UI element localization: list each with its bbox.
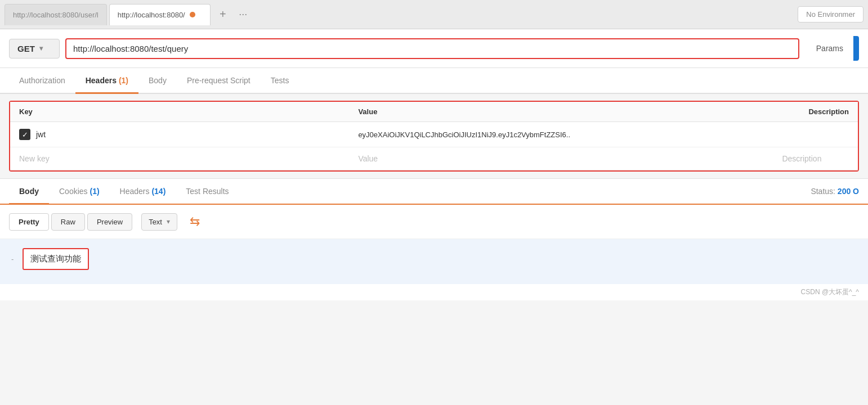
tab-body[interactable]: Body — [138, 68, 177, 93]
response-tab-body[interactable]: Body — [9, 179, 49, 204]
value-column-header: Value — [349, 102, 773, 122]
tab-add-button[interactable]: + — [213, 4, 233, 25]
cookies-badge: (1) — [90, 187, 99, 196]
new-value-placeholder[interactable]: Value — [358, 154, 378, 163]
key-cell: ✓ jwt — [19, 129, 340, 140]
checkmark-icon: ✓ — [22, 130, 28, 139]
response-line: - 测试查询功能 — [11, 248, 857, 270]
footer-text: CSDN @大坏蛋^_^ — [801, 288, 859, 296]
new-key-cell: New key — [19, 154, 340, 163]
response-tab-headers[interactable]: Headers (14) — [110, 179, 176, 204]
tab-label-2: http://localhost:8080/ — [118, 11, 185, 19]
key-column-header: Key — [10, 102, 349, 122]
method-label: GET — [17, 44, 35, 53]
tab-dot — [190, 12, 195, 17]
text-type-chevron-icon: ▾ — [167, 218, 170, 226]
tab-item-1[interactable]: http://localhost:8080/user/l — [5, 4, 107, 25]
tab-label-1: http://localhost:8080/user/l — [13, 11, 99, 19]
headers-section: Key Value Description ✓ jwt eyJ0eXAiOiJK… — [9, 101, 859, 172]
tab-item-2[interactable]: http://localhost:8080/ — [109, 4, 211, 25]
header-key[interactable]: jwt — [36, 130, 46, 139]
tab-tests[interactable]: Tests — [261, 68, 299, 93]
url-input[interactable] — [65, 38, 799, 59]
table-row: ✓ jwt eyJ0eXAiOiJKV1QiLCJhbGciOiJIUzI1Ni… — [10, 122, 858, 147]
response-tab-test-results[interactable]: Test Results — [176, 179, 239, 204]
environment-selector[interactable]: No Environmer — [798, 6, 863, 22]
pretty-button[interactable]: Pretty — [9, 213, 49, 231]
tab-authorization[interactable]: Authorization — [9, 68, 75, 93]
preview-button[interactable]: Preview — [87, 213, 132, 231]
response-body: - 测试查询功能 — [0, 239, 868, 284]
footer: CSDN @大坏蛋^_^ — [0, 284, 868, 300]
response-content: 测试查询功能 — [30, 254, 81, 263]
response-tabs-row: Body Cookies (1) Headers (14) Test Resul… — [0, 178, 868, 205]
wrap-icon: ⇆ — [190, 214, 200, 228]
text-type-label: Text — [149, 218, 162, 226]
resp-headers-badge: (14) — [151, 187, 165, 196]
status-code: 200 O — [838, 187, 859, 196]
new-key-placeholder[interactable]: New key — [19, 154, 50, 163]
line-number: - — [11, 255, 14, 263]
text-type-select[interactable]: Text ▾ — [141, 213, 177, 231]
table-row-new: New key Value Description — [10, 147, 858, 170]
description-column-header: Description — [773, 102, 858, 122]
tab-headers[interactable]: Headers (1) — [75, 68, 138, 93]
response-text-box: 测试查询功能 — [23, 248, 89, 270]
headers-badge: (1) — [119, 76, 128, 85]
wrap-button[interactable]: ⇆ — [184, 210, 205, 233]
new-description-placeholder[interactable]: Description — [782, 154, 821, 163]
method-select[interactable]: GET ▾ — [9, 39, 60, 58]
row-checkbox[interactable]: ✓ — [19, 129, 30, 140]
request-tabs-row: Authorization Headers (1) Body Pre-reque… — [0, 68, 868, 94]
request-bar: GET ▾ Params — [0, 29, 868, 68]
tab-more-button[interactable]: ··· — [233, 4, 253, 25]
tab-pre-request[interactable]: Pre-request Script — [177, 68, 261, 93]
response-tab-cookies[interactable]: Cookies (1) — [49, 179, 110, 204]
header-description[interactable] — [773, 122, 858, 147]
body-toolbar: Pretty Raw Preview Text ▾ ⇆ — [0, 205, 868, 239]
tab-bar: http://localhost:8080/user/l http://loca… — [0, 0, 868, 29]
headers-table: Key Value Description ✓ jwt eyJ0eXAiOiJK… — [10, 102, 858, 170]
method-chevron-icon: ▾ — [39, 44, 43, 52]
send-button[interactable] — [853, 36, 859, 61]
raw-button[interactable]: Raw — [51, 213, 85, 231]
params-button[interactable]: Params — [806, 39, 853, 57]
status-label: Status: 200 O — [811, 187, 859, 196]
header-value[interactable]: eyJ0eXAiOiJKV1QiLCJhbGciOiJIUzI1NiJ9.eyJ… — [358, 130, 570, 139]
